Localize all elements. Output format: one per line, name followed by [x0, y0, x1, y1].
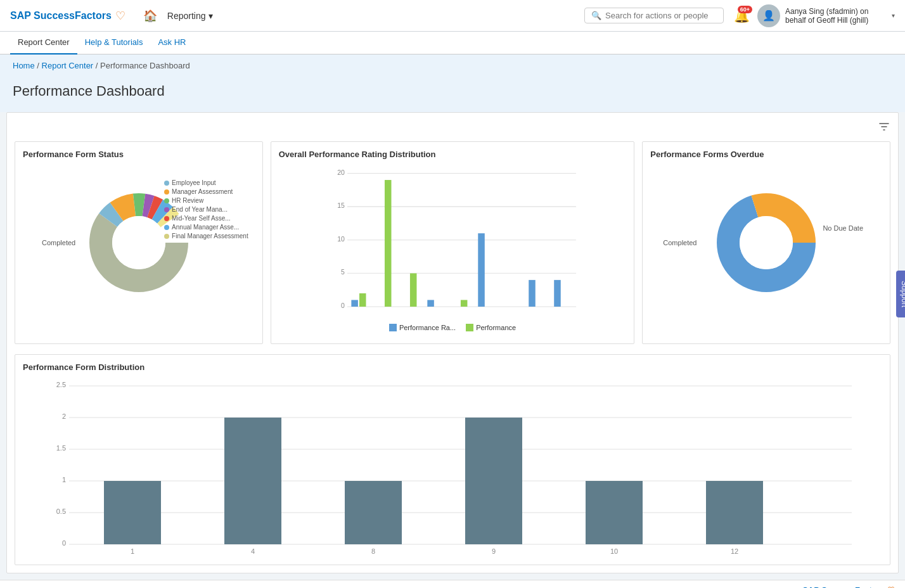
svg-text:10: 10 — [610, 547, 618, 555]
svg-text:12: 12 — [731, 547, 738, 555]
svg-point-8 — [112, 216, 165, 269]
svg-rect-19 — [351, 300, 358, 307]
svg-point-39 — [740, 216, 793, 269]
svg-rect-52 — [104, 481, 161, 544]
svg-text:1: 1 — [62, 476, 66, 483]
chart-title-form-status: Performance Form Status — [23, 150, 255, 159]
breadcrumb-report-center[interactable]: Report Center — [42, 61, 94, 70]
brand-name: SAP SuccessFactors — [10, 10, 112, 22]
svg-rect-60 — [586, 481, 643, 544]
bar-chart-area: 20 15 10 5 0 — [279, 167, 627, 331]
svg-text:0.5: 0.5 — [56, 508, 66, 515]
donut-completed-label: Completed — [42, 239, 75, 246]
svg-text:15: 15 — [337, 201, 345, 209]
reporting-menu-button[interactable]: Reporting ▾ — [162, 8, 218, 23]
nav-report-center[interactable]: Report Center — [10, 32, 77, 54]
chart-performance-overdue: Performance Forms Overdue Completed No D… — [642, 141, 890, 344]
svg-rect-28 — [461, 300, 468, 307]
breadcrumb-home[interactable]: Home — [13, 61, 35, 70]
footer-logo: SAP SuccessFactors ♡ — [802, 585, 895, 588]
chart-title-overdue: Performance Forms Overdue — [650, 150, 882, 159]
breadcrumb: Home / Report Center / Performance Dashb… — [0, 54, 905, 77]
legend-label-green: Performance — [476, 324, 516, 331]
footer-brand-name: SAP SuccessFactors — [802, 585, 885, 588]
donut2-nodue-label: No Due Date — [823, 224, 863, 232]
top-nav: SAP SuccessFactors ♡ 🏠 Reporting ▾ 🔍 🔔 6… — [0, 0, 905, 32]
donut-legend: Employee Input Manager Assessment HR Rev… — [164, 179, 248, 240]
breadcrumb-sep1: / — [37, 61, 41, 70]
dist-chart-area: 2.5 2 1.5 1 0.5 0 1 4 — [23, 380, 882, 557]
svg-rect-35 — [554, 280, 561, 307]
dist-chart-svg: 2.5 2 1.5 1 0.5 0 1 4 — [23, 380, 882, 557]
avatar: 👤 — [757, 4, 780, 27]
dashboard-container: Performance Form Status — [6, 112, 899, 573]
brand-heart: ♡ — [115, 9, 125, 23]
reporting-label: Reporting — [167, 11, 206, 21]
footer: Copyright © 2017 SuccessFactors, Inc. Al… — [0, 580, 905, 588]
donut2-svg — [703, 179, 830, 306]
svg-rect-22 — [385, 180, 392, 307]
search-box: 🔍 — [584, 8, 724, 23]
notification-badge: 60+ — [738, 6, 752, 13]
svg-text:10: 10 — [337, 235, 345, 243]
svg-rect-29 — [478, 233, 485, 307]
breadcrumb-current: Performance Dashboard — [100, 61, 190, 70]
chart-title-overall: Overall Performance Rating Distribution — [279, 150, 627, 159]
svg-text:2: 2 — [62, 412, 66, 420]
svg-rect-20 — [359, 293, 366, 307]
user-area[interactable]: 👤 Aanya Sing (sfadmin) on behalf of Geof… — [757, 4, 895, 27]
page-title: Performance Dashboard — [13, 83, 892, 99]
chart-distribution: Performance Form Distribution 2.5 2 1.5 … — [15, 354, 890, 565]
breadcrumb-sep2: / — [96, 61, 100, 70]
svg-text:2.5: 2.5 — [56, 381, 66, 388]
svg-text:4: 4 — [251, 547, 255, 555]
filter-row — [15, 120, 890, 136]
svg-text:0: 0 — [341, 302, 345, 309]
charts-row: Performance Form Status — [15, 141, 890, 344]
nav-help-tutorials[interactable]: Help & Tutorials — [77, 32, 151, 54]
reporting-chevron-icon: ▾ — [209, 11, 213, 21]
home-button[interactable]: 🏠 — [138, 6, 162, 25]
donut2-completed-label: Completed — [663, 239, 696, 246]
chart-title-distribution: Performance Form Distribution — [23, 362, 882, 372]
nav-ask-hr[interactable]: Ask HR — [150, 32, 193, 54]
user-chevron-icon: ▾ — [892, 12, 895, 19]
svg-text:1: 1 — [131, 547, 134, 555]
page-title-area: Performance Dashboard — [0, 77, 905, 112]
filter-button[interactable] — [878, 120, 890, 136]
svg-rect-25 — [427, 300, 434, 307]
svg-text:20: 20 — [337, 169, 345, 176]
svg-rect-54 — [224, 418, 281, 544]
svg-rect-62 — [706, 481, 763, 544]
svg-text:9: 9 — [492, 547, 496, 555]
logo-area: SAP SuccessFactors ♡ — [10, 9, 125, 23]
legend-label-blue: Performance Ra... — [399, 324, 456, 331]
footer-heart: ♡ — [887, 585, 895, 588]
svg-text:5: 5 — [341, 268, 345, 276]
secondary-nav: Report Center Help & Tutorials Ask HR — [0, 32, 905, 54]
svg-text:1.5: 1.5 — [56, 444, 66, 452]
svg-rect-58 — [465, 418, 522, 544]
search-input[interactable] — [605, 11, 717, 20]
bar-chart-legend: Performance Ra... Performance — [279, 324, 627, 331]
chart-overall-performance: Overall Performance Rating Distribution … — [271, 141, 635, 344]
search-icon: 🔍 — [591, 11, 601, 20]
svg-rect-56 — [345, 481, 402, 544]
svg-text:8: 8 — [371, 547, 375, 555]
donut-area-status: Employee Input Manager Assessment HR Rev… — [23, 167, 255, 319]
svg-rect-33 — [529, 280, 536, 307]
svg-text:0: 0 — [62, 539, 66, 547]
bar-chart-svg: 20 15 10 5 0 — [279, 167, 627, 320]
user-name: Aanya Sing (sfadmin) on behalf of Geoff … — [785, 7, 887, 25]
donut2-area: Completed No Due Date — [650, 167, 882, 319]
support-tab[interactable]: Support — [896, 271, 905, 317]
chart-performance-form-status: Performance Form Status — [15, 141, 263, 344]
svg-rect-24 — [410, 273, 417, 307]
notification-button[interactable]: 🔔 60+ — [734, 8, 750, 23]
